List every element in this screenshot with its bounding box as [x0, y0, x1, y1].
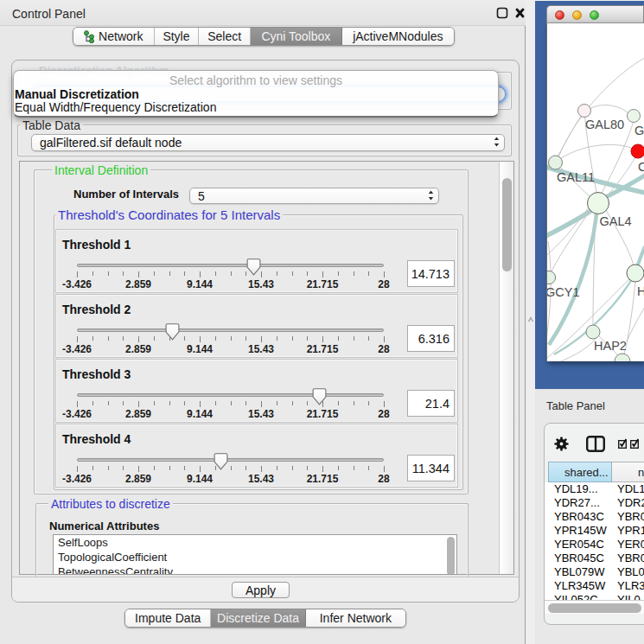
- svg-text:H: H: [637, 284, 644, 298]
- svg-text:C: C: [638, 160, 644, 174]
- svg-text:GAL11: GAL11: [557, 170, 595, 184]
- svg-text:GAL80: GAL80: [585, 118, 624, 131]
- svg-text:GA: GA: [634, 124, 644, 137]
- svg-text:GCY1: GCY1: [547, 285, 580, 299]
- svg-text:GAL4: GAL4: [600, 214, 632, 228]
- svg-text:HAP2: HAP2: [594, 339, 627, 353]
